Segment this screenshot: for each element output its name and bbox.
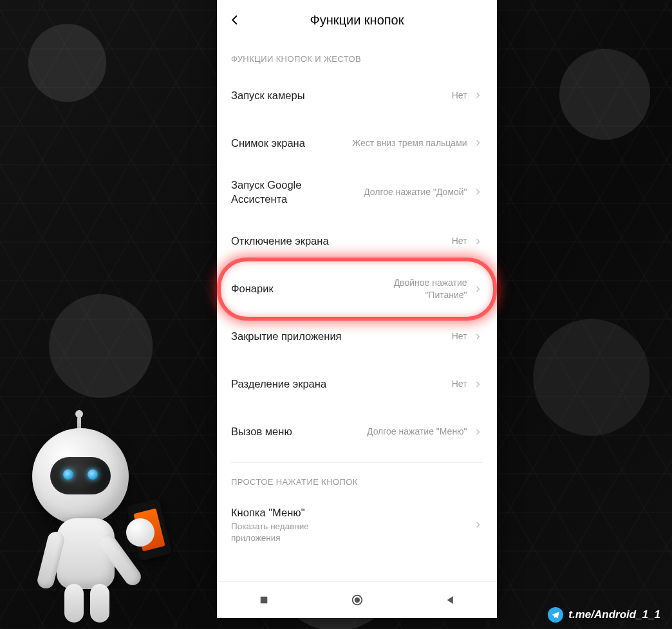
row-split-screen[interactable]: Разделение экрана Нет (217, 361, 497, 408)
row-label: Кнопка "Меню" Показать недавние приложен… (231, 505, 352, 545)
android-navbar (217, 581, 497, 618)
chevron-right-icon (472, 139, 483, 147)
chevron-right-icon (472, 285, 483, 293)
title-bar: Функции кнопок (217, 0, 497, 40)
telegram-icon (548, 607, 563, 623)
chevron-right-icon (472, 333, 483, 341)
svg-rect-0 (260, 597, 267, 604)
row-screenshot[interactable]: Снимок экрана Жест вниз тремя пальцами (217, 119, 497, 167)
row-label: Отключение экрана (231, 234, 352, 248)
nav-back-button[interactable] (431, 587, 470, 613)
row-label: Фонарик (231, 281, 352, 296)
watermark-link[interactable]: t.me/Android_1_1 (548, 607, 660, 623)
chevron-right-icon (472, 91, 483, 99)
nav-home-button[interactable] (338, 587, 377, 613)
row-value: Нет (352, 378, 467, 390)
row-label: Разделение экрана (231, 377, 352, 391)
page-title: Функции кнопок (244, 13, 470, 28)
row-menu-button[interactable]: Кнопка "Меню" Показать недавние приложен… (217, 494, 497, 556)
row-label: Снимок экрана (231, 136, 352, 150)
section-header-gestures: ФУНКЦИИ КНОПОК И ЖЕСТОВ (217, 40, 497, 71)
row-launch-camera[interactable]: Запуск камеры Нет (217, 71, 497, 119)
robot-mascot (6, 422, 193, 628)
chevron-right-icon (472, 380, 483, 388)
section-header-simple: ПРОСТОЕ НАЖАТИЕ КНОПОК (217, 463, 497, 494)
row-value: Нет (352, 330, 467, 342)
row-value: Нет (352, 235, 467, 247)
svg-marker-3 (447, 596, 453, 604)
watermark-text: t.me/Android_1_1 (568, 608, 660, 621)
row-value: Нет (352, 89, 467, 101)
row-screen-off[interactable]: Отключение экрана Нет (217, 218, 497, 265)
chevron-right-icon (472, 238, 483, 245)
nav-recent-button[interactable] (245, 587, 283, 613)
row-label: Запуск Google Ассистента (231, 178, 352, 207)
row-close-app[interactable]: Закрытие приложения Нет (217, 313, 497, 361)
row-flashlight[interactable]: Фонарик Двойное нажатие "Питание" (217, 265, 497, 313)
row-value: Долгое нажатие "Домой" (352, 186, 467, 198)
row-label: Запуск камеры (231, 88, 352, 102)
row-flashlight-highlight: Фонарик Двойное нажатие "Питание" (217, 265, 497, 313)
row-label: Закрытие приложения (231, 329, 352, 343)
row-google-assistant[interactable]: Запуск Google Ассистента Долгое нажатие … (217, 167, 497, 218)
svg-point-2 (354, 597, 359, 603)
row-label: Вызов меню (231, 424, 352, 438)
row-value: Долгое нажатие "Меню" (352, 426, 467, 437)
row-sublabel: Показать недавние приложения (231, 521, 346, 544)
row-value: Жест вниз тремя пальцами (352, 137, 467, 149)
row-value: Двойное нажатие "Питание" (352, 277, 467, 300)
chevron-right-icon (472, 521, 483, 529)
back-button[interactable] (226, 11, 244, 29)
chevron-right-icon (472, 428, 483, 436)
phone-screen: Функции кнопок ФУНКЦИИ КНОПОК И ЖЕСТОВ З… (217, 0, 497, 618)
row-menu-call[interactable]: Вызов меню Долгое нажатие "Меню" (217, 408, 497, 456)
chevron-right-icon (472, 188, 483, 196)
